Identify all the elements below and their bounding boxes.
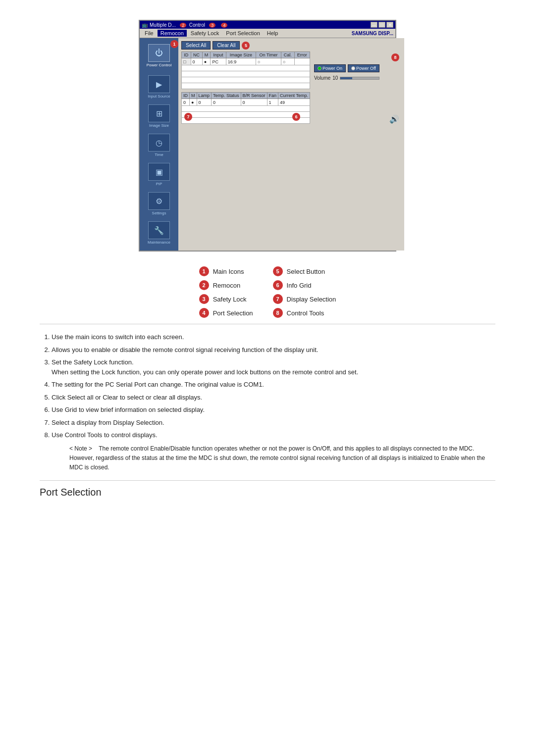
menu-portselection[interactable]: Port Selection <box>223 30 263 37</box>
cell-nc: 0 <box>191 58 202 65</box>
table-row: 0 ● 0 0 0 1 49 <box>182 99 310 106</box>
power-on-label: Power On <box>322 66 342 71</box>
cell2-id: 0 <box>182 99 190 106</box>
menu-help[interactable]: Help <box>264 30 281 37</box>
legend-badge-1: 1 <box>199 266 209 276</box>
sidebar-settings-label: Settings <box>152 211 166 215</box>
mdc-screenshot: 📺 Multiple D... 2 Control 3 4 — □ ✕ File… <box>139 20 396 252</box>
sidebar-settings[interactable]: ⚙ Settings <box>142 190 176 217</box>
image-size-icon: ⊞ <box>148 104 170 122</box>
badge-8: 8 <box>391 53 399 61</box>
title-badge2: 2 <box>180 23 186 28</box>
menu-bar: File Remocon Safety Lock Port Selection … <box>140 29 395 38</box>
cell-ontimer: ○ <box>256 58 281 65</box>
power-off-button[interactable]: Power Off <box>348 64 379 72</box>
col-nc: NC <box>191 52 202 58</box>
menu-remocon[interactable]: Remocon <box>158 30 187 37</box>
legend-item-3: 3 Safety Lock <box>199 294 253 304</box>
select-all-button[interactable]: Select All <box>181 41 211 50</box>
sidebar-pip-label: PiP <box>156 182 162 186</box>
minimize-button[interactable]: — <box>371 22 377 28</box>
cell-input: PC <box>211 58 226 65</box>
legend-label-1: Main Icons <box>213 268 244 275</box>
legend-item-1: 1 Main Icons <box>199 266 253 276</box>
pip-icon: ▣ <box>148 163 170 181</box>
descriptions-section: Use the main icons to switch into each s… <box>40 332 495 472</box>
col-error: Error <box>294 52 310 58</box>
settings-icon: ⚙ <box>148 192 170 210</box>
desc-item-4: The setting for the PC Serial Port can c… <box>52 380 495 390</box>
right-panel: 8 Power On Power Off Volume 10 <box>312 51 401 126</box>
table-row <box>182 83 310 89</box>
cell2-brsensor: 0 <box>241 99 267 106</box>
title-badge4: 4 <box>221 23 227 28</box>
cell-imagesize: 16:9 <box>226 58 256 65</box>
desc-item-8: Use Control Tools to control displays. <box>52 430 495 440</box>
legend-badge-2: 2 <box>199 280 209 290</box>
desc-item-2: Allows you to enable or disable the remo… <box>52 345 495 355</box>
power-off-radio <box>351 66 355 70</box>
cell-error <box>294 58 310 65</box>
top-grid-table: ID NC M Input Image Size On Timer Cal. E… <box>181 51 310 89</box>
power-off-label: Power Off <box>356 66 376 71</box>
speaker-icon-area: 🔊 <box>314 114 399 124</box>
legend-badge-7: 7 <box>273 294 283 304</box>
volume-slider[interactable] <box>340 77 379 80</box>
sidebar-input-source[interactable]: ▶ Input Source <box>142 73 176 101</box>
speaker-icon: 🔊 <box>389 114 399 124</box>
legend-badge-6: 6 <box>273 280 283 290</box>
maximize-button[interactable]: □ <box>378 22 385 28</box>
menu-file[interactable]: File <box>142 30 157 37</box>
sidebar-time-label: Time <box>155 152 163 157</box>
sidebar-image-size[interactable]: ⊞ Image Size <box>142 102 176 130</box>
cell2-lamp: 0 <box>197 99 212 106</box>
col-m: M <box>202 52 211 58</box>
legend-grid: 1 Main Icons 2 Remocon 3 Safety Lock 4 P… <box>40 266 495 318</box>
sidebar-maintenance[interactable]: 🔧 Maintenance <box>142 219 176 247</box>
table-row <box>182 65 310 71</box>
sidebar-input-label: Input Source <box>148 94 170 99</box>
legend-item-7: 7 Display Selection <box>273 294 336 304</box>
table-row <box>182 112 310 118</box>
sidebar-pip[interactable]: ▣ PiP <box>142 161 176 188</box>
sidebar-power-label: Power Control <box>147 63 172 67</box>
cell2-fan: 1 <box>267 99 278 106</box>
col-input: Input <box>211 52 226 58</box>
volume-fill <box>340 77 352 79</box>
legend-col-right: 5 Select Button 6 Info Grid 7 Display Se… <box>273 266 336 318</box>
col-imagesize: Image Size <box>226 52 256 58</box>
table-row <box>182 71 310 77</box>
brand-label: SAMSUNG DISP... <box>352 31 393 36</box>
content-split: ID NC M Input Image Size On Timer Cal. E… <box>181 51 401 126</box>
window-title: Multiple D... 2 Control 3 4 <box>150 22 227 28</box>
legend-item-5: 5 Select Button <box>273 266 336 276</box>
clear-all-button[interactable]: Clear All <box>213 41 240 50</box>
power-control-icon: ⏻ <box>148 44 170 62</box>
input-source-icon: ▶ <box>148 75 170 93</box>
legend-item-2: 2 Remocon <box>199 280 253 290</box>
close-button[interactable]: ✕ <box>386 22 393 28</box>
title-badge3: 3 <box>209 23 215 28</box>
sidebar: 1 ⏻ Power Control ▶ Input Source ⊞ Image… <box>140 38 178 251</box>
menu-safetylock[interactable]: Safety Lock <box>188 30 222 37</box>
sidebar-image-label: Image Size <box>149 123 169 128</box>
col-m2: M <box>190 93 197 99</box>
legend-badge-5: 5 <box>273 266 283 276</box>
legend-item-8: 8 Control Tools <box>273 308 336 318</box>
legend-col-left: 1 Main Icons 2 Remocon 3 Safety Lock 4 P… <box>199 266 253 318</box>
app-body: 1 ⏻ Power Control ▶ Input Source ⊞ Image… <box>140 38 395 251</box>
power-on-button[interactable]: Power On <box>314 64 346 72</box>
desc-item-3b: When setting the Lock function, you can … <box>52 368 358 376</box>
sidebar-time[interactable]: ◷ Time <box>142 132 176 159</box>
col-lamp: Lamp <box>197 93 212 99</box>
note-block: < Note > The remote control Enable/Disab… <box>69 444 495 473</box>
badge-7: 7 <box>184 113 192 121</box>
col-cal: Cal. <box>281 52 294 58</box>
legend-item-6: 6 Info Grid <box>273 280 336 290</box>
port-selection-heading: Port Selection <box>40 487 495 498</box>
badge-5: 5 <box>242 42 250 50</box>
col-ontimer: On Timer <box>256 52 281 58</box>
time-icon: ◷ <box>148 134 170 151</box>
divider-1 <box>40 324 495 324</box>
cell2-currenttemp: 49 <box>278 99 310 106</box>
